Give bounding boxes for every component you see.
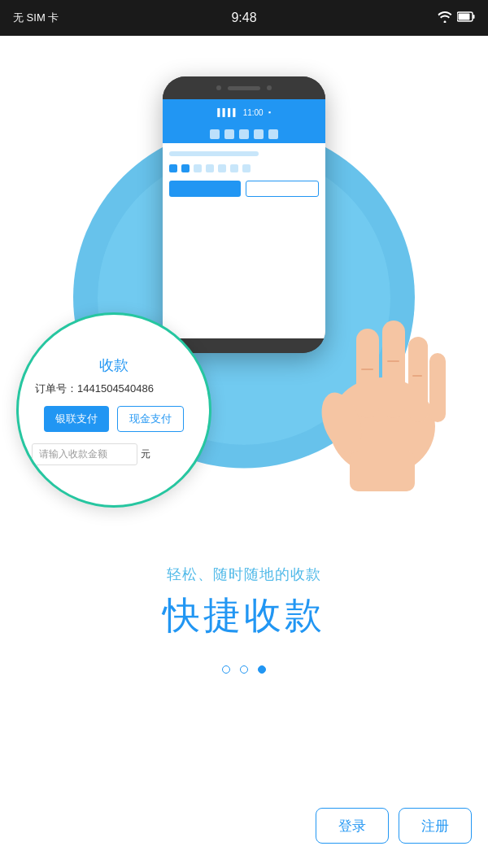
zoom-amount-input[interactable]: 请输入收款金额 [32, 443, 137, 465]
subtitle-text: 轻松、随时随地的收款 [167, 565, 321, 584]
svg-rect-6 [408, 337, 428, 422]
zoom-popup: 收款 订单号：1441504540486 银联支付 现金支付 请输入收款金额 元 [16, 312, 211, 508]
phone-screen-header: ▌▌▌▌ 11:00 ▪ [163, 99, 325, 125]
phone-time: 11:00 [243, 108, 264, 117]
status-icons [438, 11, 475, 25]
zoom-yuan-label: 元 [141, 447, 150, 461]
page-dots [222, 665, 266, 674]
phone-nav-dots [163, 125, 325, 143]
login-button[interactable]: 登录 [316, 808, 389, 844]
svg-rect-2 [473, 15, 475, 19]
phone-speaker [228, 86, 260, 90]
hand-illustration [285, 264, 464, 491]
status-bar: 无 SIM 卡 9:48 [0, 0, 488, 36]
main-title: 快捷收款 [163, 591, 325, 641]
phone-camera2 [267, 85, 272, 90]
time-text: 9:48 [231, 11, 256, 25]
svg-rect-1 [459, 14, 470, 20]
register-button[interactable]: 注册 [399, 808, 472, 844]
illustration-area: ▌▌▌▌ 11:00 ▪ [0, 52, 488, 556]
svg-rect-9 [350, 451, 415, 491]
page-dot-0[interactable] [222, 665, 230, 674]
zoom-title: 收款 [99, 355, 129, 375]
phone-top-bar [163, 76, 325, 99]
phone-camera [216, 85, 221, 90]
page-dot-1[interactable] [240, 665, 248, 674]
main-content: ▌▌▌▌ 11:00 ▪ [0, 36, 488, 868]
zoom-payment-buttons: 银联支付 现金支付 [44, 406, 184, 432]
battery-icon [457, 11, 475, 24]
page-dot-2[interactable] [258, 665, 266, 674]
svg-rect-4 [356, 329, 379, 418]
zoom-cash-button[interactable]: 现金支付 [117, 406, 184, 432]
svg-rect-5 [382, 321, 405, 418]
bottom-buttons: 登录 注册 [316, 808, 472, 844]
zoom-order-number: 订单号：1441504540486 [19, 382, 154, 396]
signal-text: 无 SIM 卡 [13, 11, 59, 25]
wifi-icon [438, 11, 452, 25]
svg-rect-7 [429, 353, 446, 422]
zoom-unionpay-button[interactable]: 银联支付 [44, 406, 109, 432]
zoom-amount-row: 请输入收款金额 元 [19, 443, 150, 465]
text-area: 轻松、随时随地的收款 快捷收款 [163, 565, 325, 641]
